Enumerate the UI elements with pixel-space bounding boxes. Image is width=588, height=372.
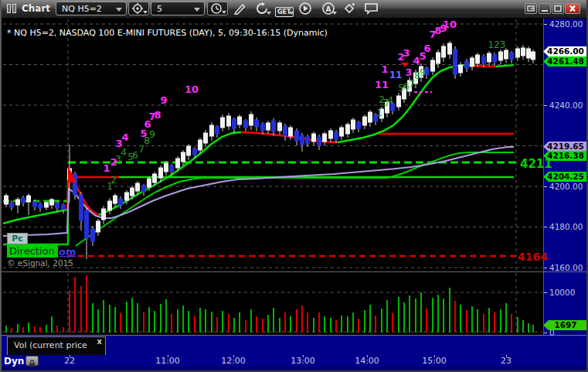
- get-data-button[interactable]: GET: [275, 2, 294, 15]
- count-annotation: 9: [149, 129, 155, 140]
- level-label-4164: 4164: [518, 251, 548, 263]
- window-bottom-strip: [2, 367, 588, 372]
- candle-body: [10, 203, 14, 207]
- time-tick-label: 23: [501, 356, 512, 366]
- candle-body: [108, 201, 112, 210]
- candle-body: [250, 114, 253, 125]
- candle-body: [199, 140, 202, 150]
- maximize-button[interactable]: [552, 3, 564, 14]
- count-annotation: 4: [121, 147, 127, 158]
- speech-bubble-icon: [364, 2, 379, 15]
- symbol-settings-button[interactable]: [128, 2, 149, 15]
- candle-body: [499, 52, 503, 60]
- symbol-combo[interactable]: NQ H5=2: [56, 2, 127, 15]
- candle-body: [233, 119, 236, 128]
- candle-body: [323, 134, 327, 142]
- chevron-down-icon: [222, 11, 226, 14]
- fast-ema-g4: [496, 65, 514, 67]
- svg-text:A: A: [326, 5, 331, 13]
- candle-body: [522, 48, 525, 56]
- candle-body: [125, 193, 129, 200]
- candle-body: [5, 196, 8, 204]
- interval-combo[interactable]: 5: [151, 2, 205, 15]
- candle-body: [363, 117, 367, 125]
- price-chart-area[interactable]: 1234567891012345678911123456789101135678…: [2, 19, 543, 335]
- close-button[interactable]: [565, 3, 580, 14]
- lock-button[interactable]: [25, 356, 39, 366]
- time-settings-button[interactable]: [207, 2, 228, 15]
- count-annotation: 9: [160, 94, 167, 106]
- candle-body: [488, 53, 491, 62]
- candle-body: [527, 49, 531, 58]
- close-icon[interactable]: x: [97, 338, 102, 346]
- candle-body: [227, 116, 231, 126]
- candle-body: [369, 112, 372, 122]
- play-icon: [298, 2, 312, 15]
- auto-analysis-button[interactable]: A: [321, 2, 335, 15]
- window-title: Chart: [22, 3, 50, 14]
- time-tick-label: 13:00: [291, 356, 315, 366]
- candle-body: [301, 135, 304, 145]
- chart-title: * NQ H5=2, NASDAQ 100 E-MINI FUTURES (DA…: [7, 28, 328, 38]
- count-annotation: 3: [403, 47, 410, 59]
- price-badge: 4266.00: [543, 46, 588, 56]
- candle-body: [182, 152, 185, 162]
- reload-data-button[interactable]: [256, 2, 270, 15]
- axis-price-label: 10000: [549, 288, 575, 297]
- candle-body: [255, 120, 259, 127]
- candle-body: [476, 55, 480, 63]
- count-annotation: 1: [376, 108, 382, 118]
- count-annotation: 10: [443, 19, 457, 30]
- candle-body: [267, 123, 270, 130]
- axis-price-label: 4280.00: [549, 19, 583, 29]
- axis-price-label: 4180.00: [549, 222, 583, 231]
- time-tick-label: 14:00: [355, 356, 379, 366]
- time-tick-label: 22: [64, 356, 75, 366]
- chart-window: Chart NQ H5=2 5: [0, 0, 588, 372]
- candle-body: [272, 121, 276, 131]
- chevron-down-icon[interactable]: [116, 8, 122, 12]
- count-annotation: 1: [381, 63, 388, 75]
- candle-body: [80, 195, 83, 220]
- symbol-value: NQ H5=2: [62, 4, 102, 14]
- price-badge: 4204.25: [543, 172, 588, 182]
- comment-button[interactable]: [364, 2, 378, 15]
- axis-tick: [544, 24, 547, 25]
- candle-body: [244, 121, 248, 128]
- candle-body: [119, 199, 123, 205]
- dock-window-button[interactable]: [525, 3, 537, 14]
- panel-divider[interactable]: [2, 271, 588, 272]
- marker-tool-button[interactable]: [343, 2, 357, 15]
- tab-volume-study[interactable]: Vol (current price bar) x: [7, 336, 106, 356]
- chevron-down-icon: [267, 12, 271, 15]
- candle-body: [142, 186, 146, 192]
- candle-body: [261, 124, 265, 131]
- time-tick-label: 11:00: [155, 356, 180, 366]
- candle-body: [159, 168, 163, 178]
- chevron-down-icon[interactable]: [194, 8, 200, 12]
- count-annotation: 6: [132, 150, 138, 161]
- candle-body: [431, 60, 435, 71]
- draw-tool-button[interactable]: [233, 2, 246, 15]
- axis-tick: [544, 227, 547, 227]
- count-annotation: 9: [420, 67, 426, 78]
- axis-tick: [544, 186, 547, 187]
- count-annotation: 8: [154, 109, 161, 121]
- interval-value: 5: [157, 4, 162, 14]
- candle-body: [312, 134, 316, 142]
- candle-body: [278, 123, 282, 131]
- candle-body: [284, 126, 287, 136]
- count-annotation: 4: [387, 95, 393, 106]
- candle-body: [493, 55, 497, 62]
- maximize-icon: [552, 4, 563, 13]
- play-button[interactable]: [298, 2, 312, 15]
- axis-tick: [544, 268, 547, 268]
- candle-body: [102, 209, 106, 220]
- chart-canvas[interactable]: 1234567891012345678911123456789101135678…: [2, 19, 543, 335]
- minimize-button[interactable]: [539, 3, 551, 14]
- candle-body: [45, 203, 49, 207]
- candle-body: [62, 205, 66, 210]
- price-badge: 4219.65: [543, 142, 588, 152]
- candle-body: [335, 132, 338, 139]
- time-axis[interactable]: Dyn 2211:0012:0013:0014:0015:0023: [2, 355, 588, 367]
